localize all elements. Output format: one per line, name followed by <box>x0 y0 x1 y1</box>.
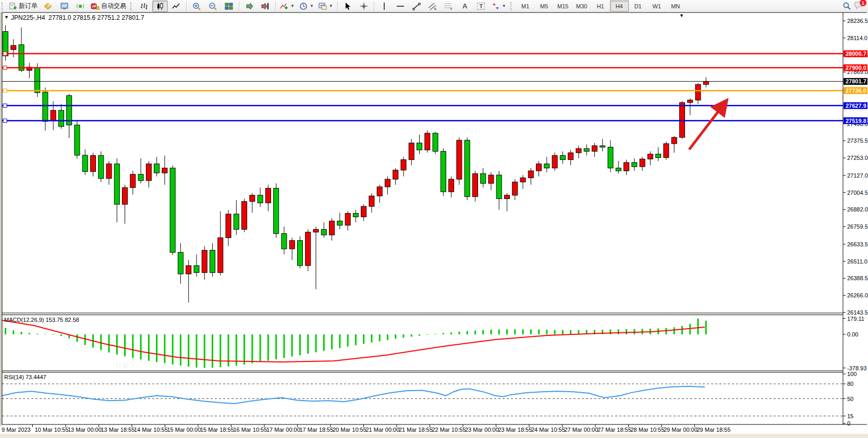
timeframe-button-h4[interactable]: H4 <box>610 1 629 11</box>
toolbar-grip[interactable] <box>2 2 5 10</box>
autotrading-icon <box>91 2 100 10</box>
signals-button[interactable] <box>72 1 88 12</box>
trendline-icon <box>412 2 421 10</box>
orders-button[interactable] <box>40 1 56 12</box>
bull-candle <box>11 45 16 49</box>
svg-text:26388.5: 26388.5 <box>847 275 868 281</box>
timeframe-button-m1[interactable]: M1 <box>516 1 535 11</box>
new-order-label: 新订单 <box>19 2 38 10</box>
bull-candle <box>369 196 374 206</box>
autotrading-button[interactable]: 自动交易 <box>89 1 128 12</box>
svg-text:15: 15 <box>847 413 853 419</box>
line-chart-button[interactable] <box>168 1 184 12</box>
svg-text:27736.0: 27736.0 <box>846 87 866 94</box>
tile-windows-button[interactable] <box>221 1 237 12</box>
svg-text:26266.0: 26266.0 <box>847 292 868 298</box>
bear-candle <box>82 155 88 171</box>
svg-text:13 Mar 18:55: 13 Mar 18:55 <box>101 427 135 433</box>
chart-window[interactable]: 28236.528114.027991.527869.027498.027375… <box>0 12 868 438</box>
svg-text:27004.5: 27004.5 <box>847 190 868 196</box>
indicators-button[interactable]: ▼ <box>278 1 297 12</box>
timeframe-button-m30[interactable]: M30 <box>572 1 591 11</box>
chart-shift-button[interactable] <box>258 1 273 12</box>
bull-candle <box>695 84 701 100</box>
svg-text:0.00: 0.00 <box>847 331 858 337</box>
toolbar-grip[interactable] <box>510 2 514 10</box>
crosshair-tool-button[interactable] <box>356 1 372 12</box>
horizontal-line-icon <box>396 2 405 10</box>
bull-candle <box>305 232 311 266</box>
chat-button[interactable]: 1 <box>854 1 864 11</box>
bear-candle <box>35 68 40 93</box>
search-icon[interactable] <box>842 2 851 10</box>
vertical-line-icon <box>381 2 388 10</box>
text-tool-button[interactable]: A <box>457 1 473 12</box>
timeframe-button-w1[interactable]: W1 <box>647 1 666 11</box>
channel-tool-button[interactable]: E <box>425 1 441 12</box>
chart-canvas[interactable]: 28236.528114.027991.527869.027498.027375… <box>0 12 868 438</box>
toolbar-grip[interactable] <box>130 2 134 10</box>
bull-candle <box>512 182 518 195</box>
chart-collapse-icon[interactable]: ▼ <box>4 15 9 20</box>
fibonacci-tool-button[interactable]: F <box>441 1 457 12</box>
bear-candle <box>114 164 119 205</box>
bear-candle <box>584 148 589 151</box>
svg-text:26633.5: 26633.5 <box>847 241 868 247</box>
periods-button[interactable]: ▼ <box>297 1 316 12</box>
bull-candle <box>162 168 167 173</box>
label-tool-button[interactable]: T <box>473 1 489 12</box>
charts-button[interactable] <box>56 1 72 12</box>
dropdown-caret-icon: ▼ <box>502 4 506 8</box>
bear-candle <box>194 266 199 272</box>
svg-text:28114.0: 28114.0 <box>847 35 867 41</box>
bull-candle <box>242 202 247 230</box>
timeframe-button-m5[interactable]: M5 <box>535 1 554 11</box>
bear-candle <box>258 195 263 203</box>
zoom-in-button[interactable] <box>189 1 204 12</box>
svg-text:15 Mar 00:00: 15 Mar 00:00 <box>167 427 201 433</box>
svg-text:28000.7: 28000.7 <box>846 51 866 57</box>
timeframe-button-m15[interactable]: M15 <box>554 1 572 11</box>
bear-candle <box>632 162 637 167</box>
bear-candle <box>481 173 486 183</box>
svg-text:E: E <box>434 7 436 10</box>
label-tool-icon: T <box>477 3 485 10</box>
svg-text:28 Mar 10:55: 28 Mar 10:55 <box>631 427 665 433</box>
svg-text:0: 0 <box>847 420 850 427</box>
bear-candle <box>75 125 80 155</box>
zoom-out-button[interactable] <box>205 1 221 12</box>
cursor-tool-button[interactable] <box>340 1 356 12</box>
mt4-window: 新订单 <box>0 0 868 438</box>
bull-candle <box>664 144 669 158</box>
timeframe-button-d1[interactable]: D1 <box>629 1 647 11</box>
svg-text:23 Mar 18:55: 23 Mar 18:55 <box>498 427 532 433</box>
horizontal-line-tool-button[interactable] <box>393 1 408 12</box>
vertical-line-tool-button[interactable] <box>376 1 392 12</box>
bear-candle <box>496 175 502 198</box>
timeframe-button-mn[interactable]: MN <box>666 1 685 11</box>
line-anchor-handle <box>3 119 7 122</box>
bull-candle <box>457 140 462 179</box>
arrows-tool-icon <box>492 2 500 10</box>
scroll-to-end-icon[interactable]: ▼ <box>679 13 684 18</box>
svg-text:27519.8: 27519.8 <box>846 118 866 124</box>
new-order-button[interactable]: 新订单 <box>7 1 40 12</box>
svg-text:26882.0: 26882.0 <box>847 206 868 212</box>
bear-candle <box>282 233 287 248</box>
bull-candle <box>552 156 557 168</box>
timeframe-button-h1[interactable]: H1 <box>591 1 610 11</box>
trendline-tool-button[interactable] <box>409 1 424 12</box>
bull-candle <box>536 164 542 171</box>
templates-button[interactable]: ▼ <box>316 1 335 12</box>
line-anchor-handle <box>3 66 7 70</box>
arrows-tool-button[interactable]: ▼ <box>490 1 508 12</box>
bull-candle <box>401 160 406 170</box>
bear-candle <box>43 92 48 121</box>
bull-candle <box>647 154 653 159</box>
clock-icon <box>299 2 308 10</box>
auto-scroll-button[interactable] <box>241 1 257 12</box>
candlestick-chart-button[interactable] <box>152 1 168 12</box>
bar-chart-button[interactable] <box>136 1 152 12</box>
svg-text:29 Mar 18:55: 29 Mar 18:55 <box>697 427 731 433</box>
bar-chart-icon <box>140 2 148 10</box>
